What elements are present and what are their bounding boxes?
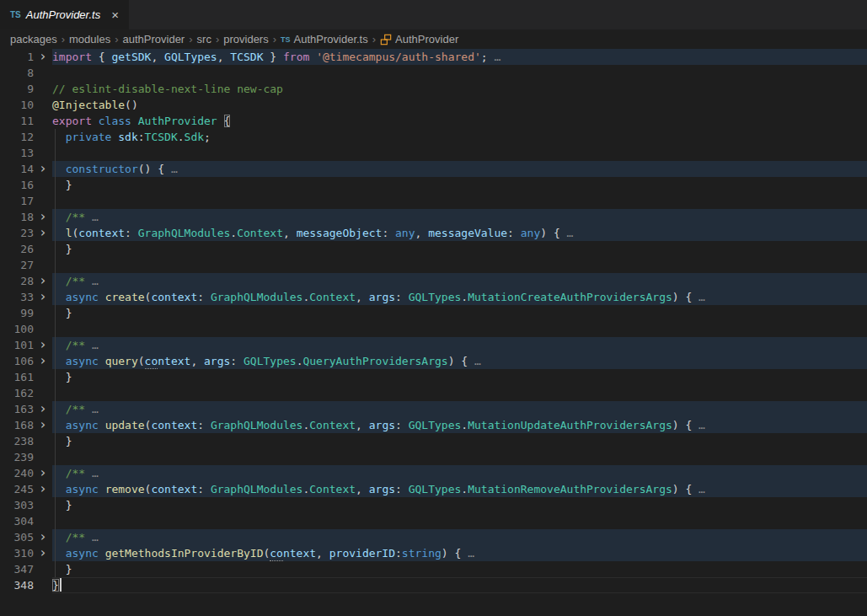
code-line-14[interactable]: 14› constructor() { … bbox=[0, 161, 867, 177]
token: ) { bbox=[672, 483, 698, 495]
code-text: async update(context: GraphQLModules.Con… bbox=[52, 417, 867, 433]
token: getSDK bbox=[111, 51, 151, 63]
token: ) { bbox=[672, 291, 698, 303]
breadcrumb-item-providers[interactable]: providers bbox=[223, 33, 268, 46]
code-text: @Injectable() bbox=[52, 97, 867, 113]
code-text bbox=[52, 193, 867, 209]
code-line-28[interactable]: 28› /** … bbox=[0, 273, 867, 289]
code-line-240[interactable]: 240› /** … bbox=[0, 465, 867, 481]
breadcrumb-item-packages[interactable]: packages bbox=[10, 33, 57, 46]
code-line-106[interactable]: 106› async query(context, args: GQLTypes… bbox=[0, 353, 867, 369]
breadcrumb-item-authprovider-ts[interactable]: TSAuthProvider.ts bbox=[281, 33, 368, 46]
fold-chevron-icon[interactable]: › bbox=[34, 529, 52, 545]
tab-label: AuthProvider.ts bbox=[26, 8, 100, 21]
code-line-33[interactable]: 33› async create(context: GraphQLModules… bbox=[0, 289, 867, 305]
code-line-303[interactable]: 303 } bbox=[0, 497, 867, 513]
token bbox=[99, 547, 105, 560]
token: string bbox=[402, 547, 442, 560]
fold-chevron-icon[interactable]: › bbox=[34, 49, 52, 65]
token: () bbox=[125, 99, 138, 111]
code-line-100[interactable]: 100 bbox=[0, 321, 867, 337]
fold-chevron-icon[interactable]: › bbox=[34, 401, 52, 417]
token bbox=[52, 339, 66, 351]
fold-chevron-icon[interactable]: › bbox=[34, 161, 52, 177]
code-line-305[interactable]: 305› /** … bbox=[0, 529, 867, 545]
fold-chevron-icon[interactable]: › bbox=[34, 545, 52, 561]
token: . bbox=[230, 227, 237, 239]
code-line-245[interactable]: 245› async remove(context: GraphQLModule… bbox=[0, 481, 867, 497]
code-line-12[interactable]: 12 private sdk:TCSDK.Sdk; bbox=[0, 129, 867, 145]
close-icon[interactable]: × bbox=[111, 8, 119, 21]
code-line-17[interactable]: 17 bbox=[0, 193, 867, 209]
fold-chevron-icon[interactable]: › bbox=[34, 225, 52, 241]
token bbox=[52, 211, 66, 223]
line-number: 27 bbox=[0, 257, 34, 273]
fold-gutter bbox=[34, 577, 52, 593]
token: , bbox=[217, 51, 231, 63]
code-line-8[interactable]: 8 bbox=[0, 65, 867, 81]
code-line-18[interactable]: 18› /** … bbox=[0, 209, 867, 225]
fold-chevron-icon[interactable]: › bbox=[34, 273, 52, 289]
token: /** bbox=[66, 467, 85, 479]
line-number: 17 bbox=[0, 193, 34, 209]
code-line-347[interactable]: 347 } bbox=[0, 561, 867, 577]
line-number: 305 bbox=[0, 529, 34, 545]
line-number: 303 bbox=[0, 497, 34, 513]
token bbox=[85, 531, 92, 544]
breadcrumb-item-src[interactable]: src bbox=[197, 33, 211, 46]
fold-chevron-icon[interactable]: › bbox=[34, 417, 52, 433]
code-line-310[interactable]: 310› async getMethodsInProviderByID(cont… bbox=[0, 545, 867, 561]
fold-chevron-icon[interactable]: › bbox=[34, 337, 52, 353]
code-line-13[interactable]: 13 bbox=[0, 145, 867, 161]
token: Context bbox=[237, 227, 283, 239]
line-number: 168 bbox=[0, 417, 34, 433]
token: Context bbox=[309, 291, 356, 303]
code-text: async getMethodsInProviderByID(context, … bbox=[52, 545, 867, 561]
line-number: 347 bbox=[0, 561, 34, 577]
token: sdk bbox=[118, 131, 137, 143]
code-line-16[interactable]: 16 } bbox=[0, 177, 867, 193]
token: . bbox=[461, 419, 468, 431]
token: /** bbox=[66, 275, 85, 287]
code-line-304[interactable]: 304 bbox=[0, 513, 867, 529]
code-line-26[interactable]: 26 } bbox=[0, 241, 867, 257]
code-line-11[interactable]: 11export class AuthProvider { bbox=[0, 113, 867, 129]
token: GraphQLModules bbox=[211, 419, 303, 431]
code-line-23[interactable]: 23› l(context: GraphQLModules.Context, m… bbox=[0, 225, 867, 241]
fold-chevron-icon[interactable]: › bbox=[34, 209, 52, 225]
fold-chevron-icon[interactable]: › bbox=[34, 465, 52, 481]
fold-chevron-icon[interactable]: › bbox=[34, 353, 52, 369]
code-line-9[interactable]: 9// eslint-disable-next-line new-cap bbox=[0, 81, 867, 97]
code-line-238[interactable]: 238 } bbox=[0, 433, 867, 449]
code-line-162[interactable]: 162 bbox=[0, 385, 867, 401]
fold-chevron-icon[interactable]: › bbox=[34, 289, 52, 305]
code-text: async remove(context: GraphQLModules.Con… bbox=[52, 481, 867, 497]
breadcrumb-item-authprovider[interactable]: AuthProvider bbox=[380, 33, 458, 46]
code-line-168[interactable]: 168› async update(context: GraphQLModule… bbox=[0, 417, 867, 433]
code-line-27[interactable]: 27 bbox=[0, 257, 867, 273]
token: } bbox=[52, 499, 72, 512]
fold-chevron-icon[interactable]: › bbox=[34, 481, 52, 497]
token: , bbox=[151, 51, 164, 63]
editor[interactable]: 1›import { getSDK, GQLTypes, TCSDK } fro… bbox=[0, 49, 867, 593]
breadcrumb-item-modules[interactable]: modules bbox=[69, 33, 110, 46]
code-line-99[interactable]: 99 } bbox=[0, 305, 867, 321]
code-line-10[interactable]: 10@Injectable() bbox=[0, 97, 867, 113]
breadcrumb-item-authprovider[interactable]: authProvider bbox=[122, 33, 185, 46]
token: args bbox=[369, 291, 395, 303]
fold-gutter bbox=[34, 81, 52, 97]
code-line-1[interactable]: 1›import { getSDK, GQLTypes, TCSDK } fro… bbox=[0, 49, 867, 65]
line-number: 245 bbox=[0, 481, 34, 497]
token: } bbox=[52, 579, 59, 592]
token: constructor bbox=[66, 163, 138, 175]
code-line-161[interactable]: 161 } bbox=[0, 369, 867, 385]
code-line-101[interactable]: 101› /** … bbox=[0, 337, 867, 353]
tab-authprovider[interactable]: TS AuthProvider.ts × bbox=[0, 0, 129, 29]
code-line-348[interactable]: 348} bbox=[0, 577, 867, 593]
token: co bbox=[145, 355, 158, 369]
line-number: 101 bbox=[0, 337, 34, 353]
token: context bbox=[151, 419, 197, 431]
code-line-163[interactable]: 163› /** … bbox=[0, 401, 867, 417]
token: co bbox=[270, 547, 283, 561]
code-line-239[interactable]: 239 bbox=[0, 449, 867, 465]
